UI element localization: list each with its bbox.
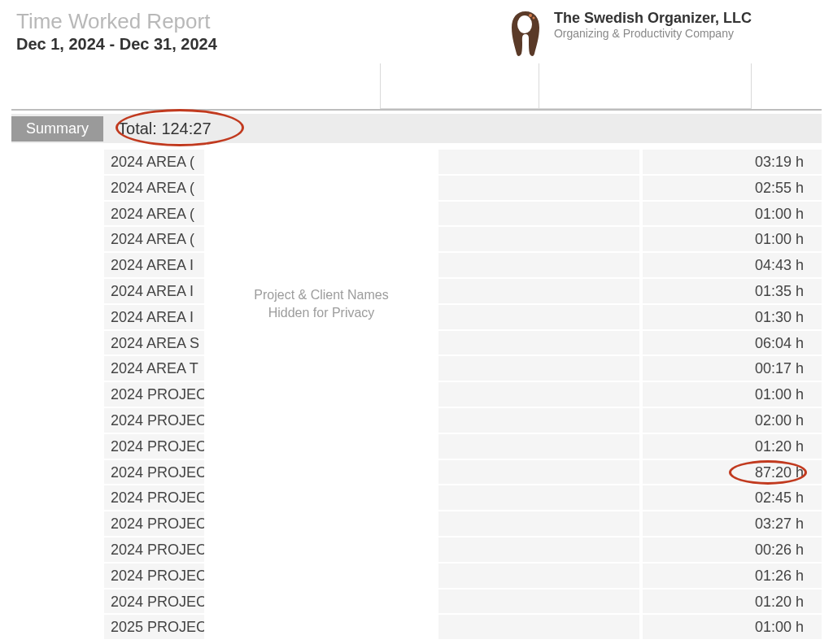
company-block: The Swedish Organizer, LLC Organizing & …	[505, 10, 817, 59]
row-mid	[431, 510, 639, 536]
row-time: 01:26 h	[643, 562, 822, 588]
row-time: 04:43 h	[643, 251, 822, 277]
header: Time Worked Report Dec 1, 2024 - Dec 31,…	[0, 0, 833, 59]
time-table: Project & Client Names Hidden for Privac…	[11, 148, 822, 639]
svg-point-2	[532, 17, 534, 20]
row-time: 02:00 h	[643, 407, 822, 433]
row-time: 03:27 h	[643, 510, 822, 536]
divider	[11, 109, 822, 111]
row-time: 87:20 h	[643, 459, 822, 485]
row-time: 06:04 h	[643, 329, 822, 355]
row-mid	[431, 225, 639, 251]
row-time: 00:17 h	[643, 355, 822, 381]
summary-chip: Summary	[11, 116, 103, 141]
row-time: 01:00 h	[643, 225, 822, 251]
row-mid	[431, 459, 639, 485]
date-range: Dec 1, 2024 - Dec 31, 2024	[16, 35, 217, 54]
row-time: 02:55 h	[643, 174, 822, 200]
row-mid	[431, 355, 639, 381]
report-title: Time Worked Report	[16, 10, 217, 33]
row-time: 01:20 h	[643, 433, 822, 459]
row-time: 01:30 h	[643, 303, 822, 329]
row-time: 01:00 h	[643, 613, 822, 639]
row-mid	[431, 303, 639, 329]
company-tagline: Organizing & Productivity Company	[554, 27, 752, 40]
summary-bar: Summary Total: 124:27	[11, 114, 822, 143]
row-mid	[431, 174, 639, 200]
svg-point-1	[529, 14, 532, 17]
row-time: 02:45 h	[643, 484, 822, 510]
row-mid	[431, 277, 639, 303]
row-mid	[431, 562, 639, 588]
privacy-line2: Hidden for Privacy	[268, 304, 375, 322]
row-mid	[431, 381, 639, 407]
row-mid	[431, 148, 639, 174]
row-time: 01:00 h	[643, 381, 822, 407]
highlight-ellipse-value	[729, 460, 807, 485]
row-time: 01:20 h	[643, 588, 822, 614]
privacy-line1: Project & Client Names	[254, 286, 388, 304]
row-mid	[431, 329, 639, 355]
row-mid	[431, 484, 639, 510]
row-mid	[431, 613, 639, 639]
company-name: The Swedish Organizer, LLC	[554, 10, 752, 27]
company-text: The Swedish Organizer, LLC Organizing & …	[554, 10, 752, 40]
row-mid	[431, 200, 639, 226]
title-block: Time Worked Report Dec 1, 2024 - Dec 31,…	[16, 10, 217, 54]
row-time: 01:00 h	[643, 200, 822, 226]
row-mid	[431, 251, 639, 277]
row-time: 01:35 h	[643, 277, 822, 303]
svg-point-0	[517, 15, 532, 33]
row-mid	[431, 407, 639, 433]
privacy-overlay: Project & Client Names Hidden for Privac…	[204, 148, 438, 642]
tab-dividers	[0, 63, 833, 109]
row-mid	[431, 588, 639, 614]
row-time: 03:19 h	[643, 148, 822, 174]
row-mid	[431, 536, 639, 562]
row-time: 00:26 h	[643, 536, 822, 562]
row-mid	[431, 433, 639, 459]
company-logo-icon	[505, 10, 546, 59]
total-value: Total: 124:27	[118, 120, 212, 138]
